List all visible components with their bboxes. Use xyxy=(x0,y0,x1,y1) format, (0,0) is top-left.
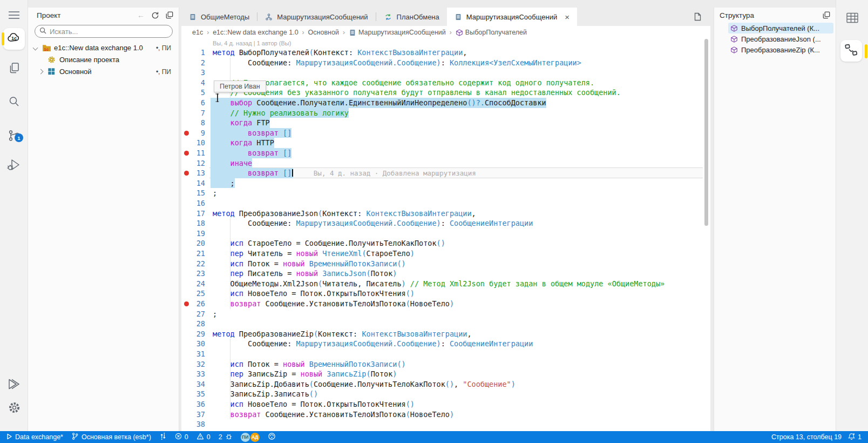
problems-warnings[interactable]: 0 xyxy=(196,433,211,441)
line-number[interactable]: 36 xyxy=(188,399,205,410)
activity-item-settings[interactable] xyxy=(0,401,28,417)
code-line-9[interactable]: 9 возврат [] xyxy=(181,128,710,138)
collaboration-session[interactable] xyxy=(268,432,276,442)
code-line-2[interactable]: 2 Сообщение: МаршрутизацияСообщений.Сооб… xyxy=(181,58,710,68)
activity-item-git[interactable] xyxy=(0,129,28,145)
line-number[interactable]: 7 xyxy=(188,108,205,118)
code-line-10[interactable]: 10 когда HTTP xyxy=(181,138,710,148)
back-arrow-icon[interactable]: ← xyxy=(137,11,145,19)
problems-errors[interactable]: 0 xyxy=(175,433,188,441)
line-number[interactable]: 19 xyxy=(188,229,205,239)
line-number[interactable]: 35 xyxy=(188,389,205,399)
code-line-23[interactable]: 23 пер Писатель = новый ЗаписьJson(Поток… xyxy=(181,269,710,279)
line-number[interactable]: 37 xyxy=(188,410,205,420)
line-number[interactable]: 5 xyxy=(188,88,205,98)
line-number[interactable]: 32 xyxy=(188,359,205,370)
structure-item-ВыборПолучателей (К...[interactable]: ВыборПолучателей (К... xyxy=(728,23,833,33)
line-number[interactable]: 3 xyxy=(188,68,205,78)
close-icon[interactable]: × xyxy=(565,13,569,21)
code-line-3[interactable]: 3 xyxy=(181,68,710,78)
line-number[interactable]: 18 xyxy=(188,218,205,229)
run-configuration[interactable]: Data exchange* xyxy=(6,433,63,441)
notifications[interactable]: 1 xyxy=(848,433,862,442)
line-number[interactable]: 12 xyxy=(188,158,205,169)
restore-panel-icon[interactable] xyxy=(823,11,830,19)
line-number[interactable]: 4 xyxy=(188,78,205,88)
refresh-icon[interactable] xyxy=(151,11,159,19)
line-number[interactable]: 22 xyxy=(188,259,205,269)
code-line-30[interactable]: 30 Сообщение: МаршрутизацияСообщений.Соо… xyxy=(181,339,710,349)
line-number[interactable]: 20 xyxy=(188,238,205,249)
tab-ПланОбмена[interactable]: ПланОбмена xyxy=(376,8,447,26)
line-number[interactable]: 21 xyxy=(188,249,205,259)
branch-selector[interactable]: Основная ветка (esb*) xyxy=(71,432,151,442)
code-line-35[interactable]: 35 ЗаписьZip.Записать() xyxy=(181,389,710,399)
code-line-38[interactable]: 38 xyxy=(181,419,710,429)
breadcrumb-item[interactable]: e1c::New data exchange 1.0 xyxy=(213,29,298,36)
line-number[interactable]: 17 xyxy=(188,209,205,219)
breadcrumb-item[interactable]: e1c xyxy=(192,29,203,36)
restore-panel-icon[interactable] xyxy=(166,11,173,19)
activity-item-1c-projects[interactable]: 1с xyxy=(3,28,25,50)
code-line-13[interactable]: 13 возврат []Вы, 4 д. назад · Добавлена … xyxy=(181,168,710,178)
tab-ОбщиеМетоды[interactable]: ОбщиеМетоды xyxy=(181,8,257,26)
breadcrumb-item[interactable]: МаршрутизацияСообщений xyxy=(349,29,446,37)
code-line-26[interactable]: 26 возврат Сообщение.УстановитьТелоИзПот… xyxy=(181,299,710,309)
line-number[interactable]: 2 xyxy=(188,58,205,68)
tab-МаршрутизацияСообщений[interactable]: МаршрутизацияСообщений× xyxy=(447,8,577,26)
tree-item-e1c::New data exchange 1.0[interactable]: 1сe1c::New data exchange 1.0•, ПИ xyxy=(28,42,179,54)
code-line-29[interactable]: 29метод ПреобразованиеZip(Контекст: Конт… xyxy=(181,329,710,339)
tab-МаршрутизацияСообщений[interactable]: МаршрутизацияСообщений xyxy=(257,8,375,26)
line-number[interactable]: 28 xyxy=(188,319,205,329)
sync-button[interactable] xyxy=(159,432,167,442)
open-editors-icon[interactable] xyxy=(693,12,702,24)
code-line-21[interactable]: 21 пер Читатель = новый ЧтениеXml(Старое… xyxy=(181,249,710,259)
line-number[interactable]: 23 xyxy=(188,269,205,279)
line-number[interactable]: 27 xyxy=(188,309,205,319)
structure-item-ПреобразованиеZip (К...[interactable]: ПреобразованиеZip (К... xyxy=(728,44,833,55)
line-number[interactable]: 1 xyxy=(188,48,205,58)
chevron-right-icon[interactable] xyxy=(38,69,44,75)
line-number[interactable]: 15 xyxy=(188,188,205,198)
code-line-25[interactable]: 25 исп НовоеТело = Поток.ОткрытьПотокЧте… xyxy=(181,288,710,299)
code-line-20[interactable]: 20 исп СтароеТело = Сообщение.ПолучитьТе… xyxy=(181,238,710,249)
main-menu-button[interactable] xyxy=(0,11,28,22)
line-number[interactable]: 11 xyxy=(188,148,205,158)
avatar-user-2[interactable]: АД xyxy=(250,433,260,442)
activity-item-run[interactable] xyxy=(0,377,28,393)
code-line-28[interactable]: 28 xyxy=(181,319,710,329)
structure-item-ПреобразованиеJson (...[interactable]: ПреобразованиеJson (... xyxy=(728,33,833,44)
breadcrumb-item[interactable]: Основной xyxy=(308,29,339,36)
chevron-down-icon[interactable] xyxy=(33,45,38,51)
project-search-box[interactable] xyxy=(35,25,173,38)
code-line-15[interactable]: 15; xyxy=(181,188,710,198)
tree-item-Основной[interactable]: Основной•, ПИ xyxy=(28,66,179,78)
code-line-31[interactable]: 31 xyxy=(181,349,710,359)
code-line-34[interactable]: 34 ЗаписьZip.Добавить(Сообщение.Получить… xyxy=(181,379,710,390)
structure-view-button[interactable] xyxy=(840,40,862,62)
code-line-22[interactable]: 22 исп Поток = новый ВременныйПотокЗапис… xyxy=(181,259,710,269)
code-line-19[interactable]: 19 xyxy=(181,229,710,239)
line-number[interactable]: 34 xyxy=(188,379,205,390)
code-line-18[interactable]: 18 Сообщение: МаршрутизацияСообщений.Соо… xyxy=(181,218,710,229)
line-number[interactable]: 33 xyxy=(188,369,205,379)
line-number[interactable]: 6 xyxy=(188,98,205,108)
codelens-authors[interactable]: Вы, 4 д. назад | 1 автор (Вы) xyxy=(213,40,291,46)
line-number[interactable]: 31 xyxy=(188,349,205,359)
line-number[interactable]: 30 xyxy=(188,339,205,349)
code-line-1[interactable]: 1метод ВыборПолучателей(Контекст: Контек… xyxy=(181,48,710,58)
line-number[interactable]: 10 xyxy=(188,138,205,148)
line-number[interactable]: 13 xyxy=(188,168,205,178)
code-line-32[interactable]: 32 исп Поток = новый ВременныйПотокЗапис… xyxy=(181,359,710,370)
line-number[interactable]: 26 xyxy=(188,299,205,309)
code-line-33[interactable]: 33 пер ЗаписьZip = новый ЗаписьZip(Поток… xyxy=(181,369,710,379)
code-line-8[interactable]: 8 когда FTP xyxy=(181,118,710,128)
code-line-6[interactable]: 6 выбор Сообщение.Получатели.Единственны… xyxy=(181,98,710,108)
table-view-icon[interactable] xyxy=(846,12,859,26)
line-number[interactable]: 25 xyxy=(188,288,205,299)
breadcrumb-item[interactable]: ВыборПолучателей xyxy=(456,29,527,37)
line-number[interactable]: 29 xyxy=(188,329,205,339)
code-line-11[interactable]: 11 возврат [] xyxy=(181,148,710,158)
avatar-user-1[interactable]: ПИ xyxy=(241,433,250,442)
line-number[interactable]: 38 xyxy=(188,419,205,429)
